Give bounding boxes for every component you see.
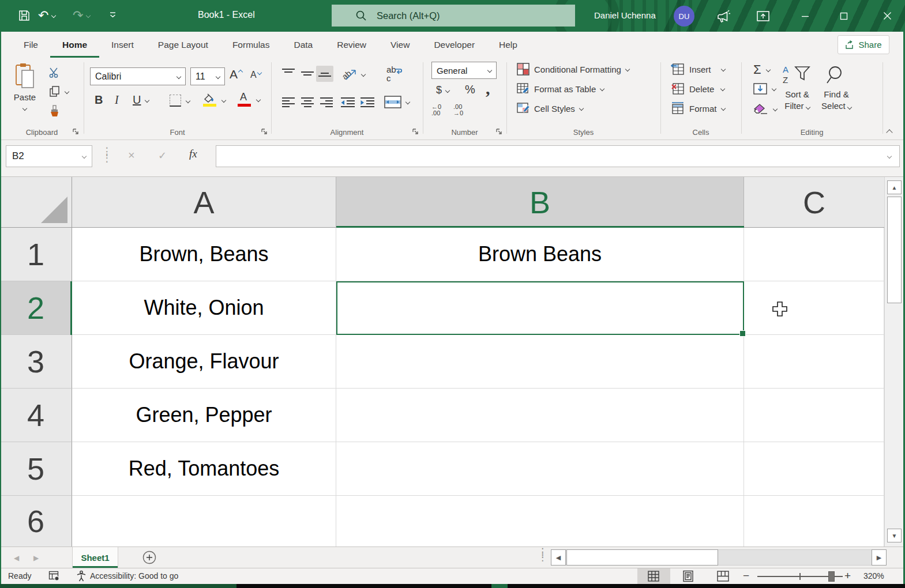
find-select-button[interactable]: Find & Select xyxy=(816,89,857,112)
font-dialog-launcher[interactable] xyxy=(260,127,269,136)
tab-insert[interactable]: Insert xyxy=(99,32,146,58)
scroll-down-button[interactable]: ▼ xyxy=(887,529,902,542)
number-format-select[interactable]: General xyxy=(431,62,497,79)
accessibility-checker-button[interactable] xyxy=(76,570,87,582)
format-as-table-button[interactable]: Format as Table xyxy=(517,82,604,95)
decrease-decimal-button[interactable]: .00 →0 xyxy=(453,104,463,116)
align-right-button[interactable] xyxy=(320,97,333,108)
cell-A4[interactable]: Green, Pepper xyxy=(72,389,336,442)
borders-button[interactable] xyxy=(170,95,190,107)
share-button[interactable]: Share xyxy=(838,35,889,54)
minimize-button[interactable] xyxy=(790,0,820,32)
tab-developer[interactable]: Developer xyxy=(422,32,487,58)
increase-font-size-button[interactable]: A xyxy=(230,67,241,81)
tab-scrollbar-splitter[interactable]: ⋮⋮ xyxy=(538,549,547,560)
italic-button[interactable]: I xyxy=(115,93,119,107)
cut-button[interactable] xyxy=(48,67,60,78)
tab-view[interactable]: View xyxy=(378,32,422,58)
insert-function-button[interactable]: fx xyxy=(189,148,197,160)
bold-button[interactable]: B xyxy=(95,93,103,107)
cell-B4[interactable] xyxy=(336,389,744,442)
alignment-dialog-launcher[interactable] xyxy=(411,127,420,136)
format-painter-button[interactable] xyxy=(48,105,61,118)
tab-data[interactable]: Data xyxy=(281,32,325,58)
redo-button[interactable]: ↷ xyxy=(73,8,90,23)
autosum-button[interactable]: Σ xyxy=(753,62,770,77)
maximize-button[interactable] xyxy=(829,0,859,32)
vertical-scroll-thumb[interactable] xyxy=(887,197,902,303)
close-button[interactable] xyxy=(869,0,905,32)
accessibility-status[interactable]: Accessibility: Good to go xyxy=(90,571,178,581)
delete-cells-button[interactable]: Delete xyxy=(671,82,724,95)
column-header-B[interactable]: B xyxy=(336,177,744,228)
comma-style-button[interactable]: , xyxy=(486,78,490,98)
search-box[interactable] xyxy=(332,5,575,27)
select-all-corner[interactable] xyxy=(0,177,72,228)
accounting-format-button[interactable]: $ xyxy=(436,84,449,96)
fill-button[interactable] xyxy=(753,83,776,95)
insert-cells-button[interactable]: Insert xyxy=(671,63,725,76)
font-color-button[interactable]: A xyxy=(238,92,260,107)
align-center-button[interactable] xyxy=(301,97,314,108)
enter-button[interactable]: ✓ xyxy=(158,149,167,162)
name-box-resize-handle[interactable]: ⋮⋮ xyxy=(102,148,112,161)
clear-button[interactable] xyxy=(753,103,777,115)
cell-A3[interactable]: Orange, Flavour xyxy=(72,335,336,389)
ribbon-display-options-button[interactable] xyxy=(756,9,771,24)
scroll-up-button[interactable]: ▲ xyxy=(887,180,902,194)
save-button[interactable] xyxy=(17,9,31,22)
cell-C3[interactable] xyxy=(744,335,884,389)
cell-B2[interactable] xyxy=(336,281,744,335)
align-left-button[interactable] xyxy=(281,97,295,108)
macro-record-button[interactable] xyxy=(48,571,60,582)
increase-indent-button[interactable] xyxy=(360,97,375,108)
name-box[interactable]: B2 xyxy=(6,145,92,167)
sort-filter-button[interactable]: Sort & Filter xyxy=(777,89,817,112)
cancel-button[interactable]: × xyxy=(128,149,135,162)
cell-A5[interactable]: Red, Tomantoes xyxy=(72,442,336,496)
column-header-A[interactable]: A xyxy=(72,177,336,228)
row-header-4[interactable]: 4 xyxy=(0,389,72,442)
decrease-font-size-button[interactable]: A xyxy=(250,70,260,80)
top-align-button[interactable] xyxy=(281,68,295,78)
font-name-select[interactable]: Calibri xyxy=(90,67,186,85)
page-break-preview-button[interactable] xyxy=(716,570,730,582)
scroll-right-button[interactable]: ▶ xyxy=(872,549,887,566)
tab-formulas[interactable]: Formulas xyxy=(220,32,282,58)
underline-button[interactable]: U xyxy=(133,93,149,107)
vertical-scrollbar[interactable]: ▲ ▼ xyxy=(884,177,903,546)
new-sheet-button[interactable] xyxy=(142,550,157,565)
zoom-out-button[interactable]: − xyxy=(743,570,749,582)
cell-styles-button[interactable]: Cell Styles xyxy=(517,102,583,115)
tab-home[interactable]: Home xyxy=(50,32,99,58)
tab-review[interactable]: Review xyxy=(325,32,378,58)
cell-B5[interactable] xyxy=(336,442,744,496)
cell-A2[interactable]: White, Onion xyxy=(72,281,336,335)
collapse-ribbon-button[interactable] xyxy=(887,127,892,137)
copy-button[interactable] xyxy=(48,85,69,98)
zoom-slider-thumb[interactable] xyxy=(828,571,835,582)
wrap-text-button[interactable]: ab c xyxy=(385,66,405,83)
scroll-left-button[interactable]: ◀ xyxy=(551,549,566,566)
search-input[interactable] xyxy=(375,10,551,22)
account-user-name[interactable]: Daniel Uchenna xyxy=(594,10,656,20)
number-dialog-launcher[interactable] xyxy=(495,127,504,136)
avatar[interactable]: DU xyxy=(674,6,694,27)
percent-style-button[interactable]: % xyxy=(465,83,475,96)
feedback-button[interactable] xyxy=(715,8,731,24)
cell-C5[interactable] xyxy=(744,442,884,496)
zoom-level[interactable]: 320% xyxy=(863,571,884,581)
undo-button[interactable]: ↶ xyxy=(38,8,55,23)
cell-A1[interactable]: Brown, Beans xyxy=(72,228,336,281)
normal-view-button[interactable] xyxy=(647,570,660,582)
cell-A6[interactable] xyxy=(72,496,336,546)
row-header-6[interactable]: 6 xyxy=(0,496,72,546)
row-header-3[interactable]: 3 xyxy=(0,335,72,389)
cell-B6[interactable] xyxy=(336,496,744,546)
cell-C6[interactable] xyxy=(744,496,884,546)
bottom-align-button[interactable] xyxy=(318,68,332,78)
previous-sheet-button[interactable]: ◀ xyxy=(14,554,19,562)
tab-help[interactable]: Help xyxy=(487,32,530,58)
row-header-2[interactable]: 2 xyxy=(0,281,72,335)
fill-color-button[interactable] xyxy=(203,93,226,107)
